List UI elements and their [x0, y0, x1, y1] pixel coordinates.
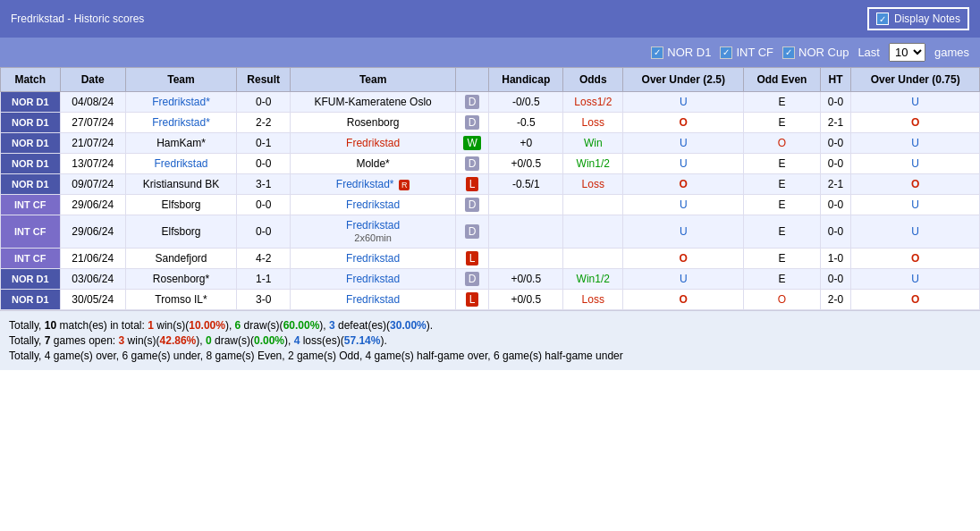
cell-team2[interactable]: Fredrikstad2x60min	[291, 215, 456, 249]
cell-ou075: U	[851, 269, 980, 290]
cell-handicap: +0/0.5	[489, 269, 563, 290]
cell-team1[interactable]: Elfsborg	[125, 195, 236, 215]
cell-odds: Win1/2	[563, 154, 623, 174]
cell-odd-even: O	[744, 290, 821, 310]
cell-handicap: -0.5/1	[489, 174, 563, 195]
col-header-team1: Team	[125, 68, 236, 92]
cell-odd-even: E	[744, 113, 821, 133]
cell-ou25: O	[623, 174, 744, 195]
cell-team1[interactable]: Fredrikstad*	[125, 92, 236, 113]
cell-odd-even: E	[744, 269, 821, 290]
table-row: NOR D127/07/24Fredrikstad*2-2RosenborgD-…	[1, 113, 980, 133]
cell-team2[interactable]: Fredrikstad* R	[291, 174, 456, 195]
cell-match: INT CF	[1, 195, 61, 215]
cell-ht: 0-0	[820, 154, 851, 174]
cell-handicap	[489, 215, 563, 249]
cell-odd-even: E	[744, 215, 821, 249]
cell-result: 0-1	[237, 133, 291, 154]
cell-wdl: W	[456, 133, 489, 154]
cell-handicap: -0.5	[489, 113, 563, 133]
cell-result: 3-1	[237, 174, 291, 195]
cell-result: 0-0	[237, 92, 291, 113]
cell-team2[interactable]: Fredrikstad	[291, 269, 456, 290]
cell-ou25: U	[623, 269, 744, 290]
summary-line1: Totally, 10 match(es) in total: 1 win(s)…	[9, 319, 971, 332]
cell-wdl: D	[456, 269, 489, 290]
cell-ou075: O	[851, 290, 980, 310]
cell-team1[interactable]: Tromso IL*	[125, 290, 236, 310]
filter-bar: ✓ NOR D1 ✓ INT CF ✓ NOR Cup Last 10 5 20…	[0, 38, 980, 67]
games-label: games	[934, 46, 969, 59]
cell-team2[interactable]: KFUM-Kameratene Oslo	[291, 92, 456, 113]
cell-team2[interactable]: Fredrikstad	[291, 195, 456, 215]
page-title: Fredrikstad - Historic scores	[11, 13, 144, 25]
display-notes-button[interactable]: ✓ Display Notes	[867, 7, 969, 30]
filter-nord1[interactable]: ✓ NOR D1	[651, 46, 711, 59]
cell-odds: Loss1/2	[563, 92, 623, 113]
cell-wdl: L	[456, 174, 489, 195]
cell-odds: Win1/2	[563, 269, 623, 290]
col-header-result: Result	[237, 68, 291, 92]
cell-wdl: D	[456, 92, 489, 113]
table-row: NOR D121/07/24HamKam*0-1FredrikstadW+0Wi…	[1, 133, 980, 154]
table-row: NOR D130/05/24Tromso IL*3-0FredrikstadL+…	[1, 290, 980, 310]
col-header-ht: HT	[820, 68, 851, 92]
cell-team2[interactable]: Rosenborg	[291, 113, 456, 133]
cell-team1[interactable]: HamKam*	[125, 133, 236, 154]
header: Fredrikstad - Historic scores ✓ Display …	[0, 0, 980, 38]
filter-intcf[interactable]: ✓ INT CF	[720, 46, 773, 59]
cell-ou075: U	[851, 195, 980, 215]
cell-team1[interactable]: Elfsborg	[125, 215, 236, 249]
cell-team1[interactable]: Rosenborg*	[125, 269, 236, 290]
cell-odds: Loss	[563, 290, 623, 310]
filter-intcf-checkbox[interactable]: ✓	[720, 46, 732, 59]
cell-wdl: D	[456, 215, 489, 249]
cell-team2[interactable]: Fredrikstad	[291, 133, 456, 154]
cell-ou25: U	[623, 92, 744, 113]
cell-ht: 2-1	[820, 174, 851, 195]
red-card-icon: R	[399, 180, 410, 190]
cell-wdl: D	[456, 195, 489, 215]
cell-handicap: -0/0.5	[489, 92, 563, 113]
filter-norcup[interactable]: ✓ NOR Cup	[782, 46, 849, 59]
cell-odds	[563, 215, 623, 249]
cell-match: NOR D1	[1, 174, 61, 195]
cell-team1[interactable]: Sandefjord	[125, 249, 236, 269]
display-notes-checkbox[interactable]: ✓	[876, 13, 889, 25]
cell-team2[interactable]: Fredrikstad	[291, 249, 456, 269]
cell-ht: 0-0	[820, 269, 851, 290]
cell-team2[interactable]: Fredrikstad	[291, 290, 456, 310]
games-select[interactable]: 10 5 20 All	[889, 43, 925, 62]
cell-ou075: U	[851, 154, 980, 174]
cell-date: 27/07/24	[60, 113, 125, 133]
cell-match: NOR D1	[1, 133, 61, 154]
cell-ou075: O	[851, 113, 980, 133]
cell-odd-even: O	[744, 133, 821, 154]
cell-team1[interactable]: Fredrikstad*	[125, 113, 236, 133]
cell-date: 29/06/24	[60, 195, 125, 215]
summary-line2: Totally, 7 games open: 3 win(s)(42.86%),…	[9, 334, 971, 347]
col-header-team2: Team	[291, 68, 456, 92]
filter-nord1-checkbox[interactable]: ✓	[651, 46, 663, 59]
cell-ht: 0-0	[820, 92, 851, 113]
cell-handicap	[489, 249, 563, 269]
cell-team1[interactable]: Fredrikstad	[125, 154, 236, 174]
cell-match: NOR D1	[1, 290, 61, 310]
cell-ou25: O	[623, 290, 744, 310]
cell-ht: 1-0	[820, 249, 851, 269]
cell-wdl: D	[456, 154, 489, 174]
cell-odd-even: E	[744, 249, 821, 269]
cell-ht: 0-0	[820, 195, 851, 215]
cell-team1[interactable]: Kristiansund BK	[125, 174, 236, 195]
filter-norcup-label: NOR Cup	[798, 46, 849, 59]
cell-odd-even: E	[744, 195, 821, 215]
table-row: NOR D109/07/24Kristiansund BK3-1Fredriks…	[1, 174, 980, 195]
cell-ou075: U	[851, 215, 980, 249]
scores-table: Match Date Team Result Team Handicap Odd…	[0, 67, 980, 310]
cell-team2[interactable]: Molde*	[291, 154, 456, 174]
cell-date: 21/07/24	[60, 133, 125, 154]
cell-odds	[563, 195, 623, 215]
summary-section: Totally, 10 match(es) in total: 1 win(s)…	[0, 310, 980, 370]
col-header-date: Date	[60, 68, 125, 92]
filter-norcup-checkbox[interactable]: ✓	[782, 46, 795, 59]
